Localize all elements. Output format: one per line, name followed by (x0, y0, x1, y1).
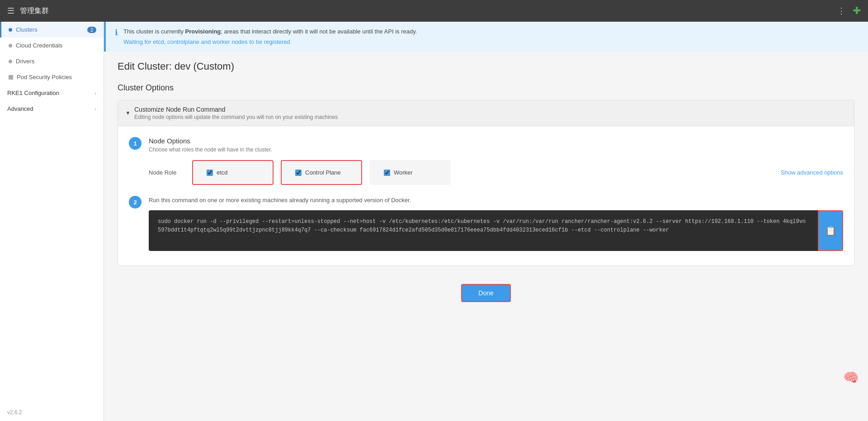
alert-message-suffix: ; areas that interact directly with it w… (221, 28, 417, 35)
node-role-row: Node Role etcd Control Plane (149, 160, 843, 185)
node-role-label: Node Role (149, 169, 185, 176)
sidebar-item-cloud-credentials[interactable]: Cloud Credentials (0, 38, 104, 53)
node-options-desc: Choose what roles the node will have in … (149, 147, 843, 153)
node-options-title: Node Options (149, 137, 843, 145)
sidebar-item-drivers[interactable]: Drivers (0, 53, 104, 69)
worker-label: Worker (394, 169, 413, 176)
etcd-checkbox[interactable] (207, 170, 213, 176)
alert-text: This cluster is currently Provisioning; … (123, 27, 417, 46)
control-plane-checkbox[interactable] (295, 170, 302, 176)
page-title: Edit Cluster: dev (Custom) (118, 61, 854, 72)
etcd-label: etcd (217, 169, 228, 176)
show-advanced-options-link[interactable]: Show advanced options (781, 169, 843, 176)
advanced-section-label: Advanced (7, 105, 33, 112)
control-plane-label: Control Plane (305, 169, 341, 176)
worker-option[interactable]: Worker (369, 160, 451, 185)
command-section: 2 Run this command on one or more existi… (129, 196, 843, 251)
brain-icon-area: 🧠 (843, 370, 859, 385)
sidebar-version: v2.6.2 (0, 404, 104, 421)
node-role-options: etcd Control Plane Worker (192, 160, 843, 185)
customize-node-run-command-box: ▼ Customize Node Run Command Editing nod… (118, 100, 854, 266)
rke1-section-label: RKE1 Configuration (7, 90, 59, 96)
main-layout: Clusters 2 Cloud Credentials Drivers Pod… (0, 22, 868, 421)
collapse-triangle-icon: ▼ (125, 110, 131, 116)
control-plane-option[interactable]: Control Plane (281, 160, 362, 185)
sidebar-item-pod-security-policies-label: Pod Security Policies (17, 74, 72, 80)
sidebar-item-pod-security-policies[interactable]: Pod Security Policies (0, 69, 104, 85)
alert-message-prefix: This cluster is currently (123, 28, 185, 35)
customize-subtitle: Editing node options will update the com… (134, 114, 338, 120)
sidebar-section-advanced[interactable]: Advanced › (0, 101, 104, 117)
worker-checkbox[interactable] (384, 170, 390, 176)
customize-header[interactable]: ▼ Customize Node Run Command Editing nod… (118, 100, 854, 126)
etcd-option[interactable]: etcd (192, 160, 274, 185)
command-box: sudo docker run -d --privileged --restar… (149, 210, 818, 251)
alert-info-icon: ℹ (115, 28, 118, 38)
advanced-chevron-icon: › (94, 106, 96, 112)
content-area: ℹ This cluster is currently Provisioning… (104, 22, 868, 421)
rke1-chevron-icon: › (94, 90, 96, 96)
customize-title: Customize Node Run Command (134, 106, 338, 113)
sidebar-item-drivers-label: Drivers (16, 58, 34, 65)
topbar-left: ☰ 管理集群 (7, 6, 49, 16)
sidebar-item-clusters-label: Clusters (16, 26, 38, 33)
done-button[interactable]: Done (461, 284, 510, 302)
clusters-badge: 2 (87, 27, 96, 33)
brain-icon[interactable]: 🧠 (843, 370, 859, 384)
cloud-credentials-dot-icon (9, 44, 12, 47)
hamburger-icon[interactable]: ☰ (7, 6, 14, 16)
topbar: ☰ 管理集群 ⋮ ✚ (0, 0, 868, 22)
alert-link[interactable]: Waiting for etcd, controlplane and worke… (123, 38, 417, 47)
alert-banner: ℹ This cluster is currently Provisioning… (104, 22, 868, 52)
cluster-options-title: Cluster Options (118, 83, 854, 93)
done-area: Done (118, 275, 854, 307)
node-options-section: 1 Node Options Choose what roles the nod… (129, 137, 843, 185)
alert-status: Provisioning (185, 28, 221, 35)
step-2-circle: 2 (129, 196, 142, 208)
copy-icon: 📋 (825, 225, 836, 236)
add-cluster-icon[interactable]: ✚ (853, 5, 861, 17)
command-content: Run this command on one or more existing… (149, 196, 843, 251)
topbar-title: 管理集群 (20, 6, 49, 16)
sidebar-item-clusters[interactable]: Clusters 2 (0, 22, 104, 38)
customize-header-text: Customize Node Run Command Editing node … (134, 106, 338, 120)
drivers-dot-icon (9, 60, 12, 63)
clusters-dot-icon (9, 28, 12, 32)
sidebar: Clusters 2 Cloud Credentials Drivers Pod… (0, 22, 104, 421)
customize-body: 1 Node Options Choose what roles the nod… (118, 126, 854, 265)
copy-command-button[interactable]: 📋 (818, 210, 843, 251)
node-options-content: Node Options Choose what roles the node … (149, 137, 843, 185)
command-desc: Run this command on one or more existing… (149, 196, 843, 205)
topbar-right: ⋮ ✚ (837, 5, 861, 17)
pod-security-policies-icon (9, 75, 13, 80)
more-options-icon[interactable]: ⋮ (837, 6, 845, 16)
sidebar-section-rke1[interactable]: RKE1 Configuration › (0, 85, 104, 101)
command-box-wrapper: sudo docker run -d --privileged --restar… (149, 210, 843, 251)
page-content: Edit Cluster: dev (Custom) Cluster Optio… (104, 52, 868, 421)
sidebar-item-cloud-credentials-label: Cloud Credentials (16, 42, 62, 49)
step-1-circle: 1 (129, 137, 142, 150)
